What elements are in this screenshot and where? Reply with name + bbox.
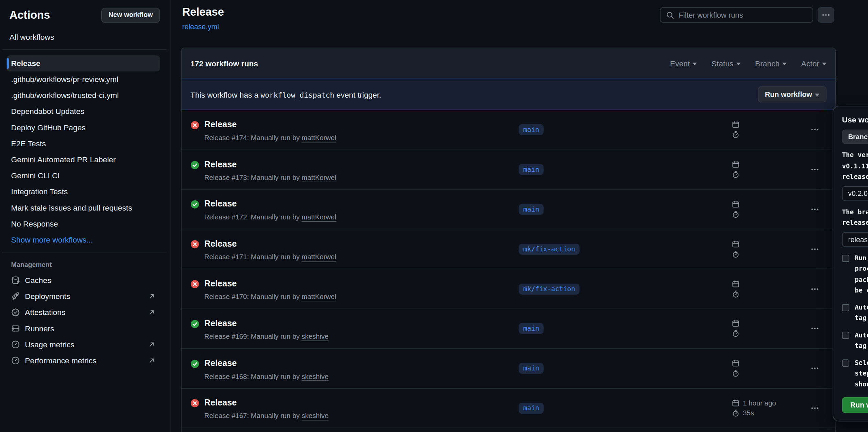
external-link-icon [148,308,156,316]
version-input[interactable] [842,186,868,201]
workflow-kebab-button[interactable] [818,7,834,23]
branch-badge[interactable]: main [519,164,544,175]
actor-link[interactable]: mattKorwel [302,214,336,221]
run-title-link[interactable]: Release [204,318,328,329]
checkbox-label: Auto apply the nightly release tag, inpu… [855,302,868,323]
run-title-link[interactable]: Release [204,397,328,409]
show-more-workflows-link[interactable]: Show more workflows... [7,232,160,248]
sidebar-item-gemini-automated-pr-labeler[interactable]: Gemini Automated PR Labeler [7,152,160,168]
run-kebab-button[interactable] [808,283,822,295]
filter-actor[interactable]: Actor [801,59,827,68]
workflow-file-link[interactable]: release.yml [182,23,219,31]
branch-badge[interactable]: main [519,363,544,374]
branch-badge[interactable]: main [519,124,544,135]
filter-event[interactable]: Event [670,59,697,68]
ref-input[interactable] [842,232,868,247]
checkbox[interactable] [842,304,849,311]
selected-indicator [7,58,9,69]
checkbox[interactable] [842,359,849,366]
kebab-icon [811,245,819,253]
actor-link[interactable]: mattKorwel [302,293,336,301]
branch-badge[interactable]: main [519,323,544,334]
sidebar-item-github-workflows-trusted-ci-yml[interactable]: .github/workflows/trusted-ci.yml [7,87,160,103]
run-kebab-button[interactable] [808,203,822,216]
management-item-runners[interactable]: Runners [0,320,169,336]
run-title-link[interactable]: Release [204,199,336,210]
ref-input-label: The branch or ref (full git sha) to rele… [842,207,868,228]
run-title-link[interactable]: Release [204,278,336,289]
checkbox[interactable] [842,254,849,262]
sidebar-item-integration-tests[interactable]: Integration Tests [7,184,160,200]
workflow-run-row: Release Release #170: Manually run by ma… [182,269,835,309]
sidebar-item-label: .github/workflows/pr-review.yml [11,75,118,84]
sidebar-item-release[interactable]: Release [7,55,160,71]
stopwatch-icon [732,250,739,258]
stopwatch-icon [732,171,739,179]
cache-icon [11,276,20,284]
management-item-label: Attestations [25,308,148,316]
sidebar-item-github-workflows-pr-review-yml[interactable]: .github/workflows/pr-review.yml [7,71,160,87]
filter-status[interactable]: Status [712,59,741,68]
filter-runs-search-input[interactable]: Filter workflow runs [660,7,813,23]
success-icon [190,319,199,328]
run-workflow-dropdown-button[interactable]: Run workflow [758,86,827,102]
actor-link[interactable]: mattKorwel [302,134,336,142]
actor-link[interactable]: skeshive [302,372,328,380]
run-title-link[interactable]: Release [204,238,336,250]
run-kebab-button[interactable] [808,164,822,176]
failure-icon [190,399,199,408]
workflow-runs-container: 172 workflow runs EventStatusBranchActor… [181,48,836,432]
caret-down-icon [822,63,827,65]
run-description: Release #174: Manually run by mattKorwel [204,134,336,142]
management-item-deployments[interactable]: Deployments [0,288,169,304]
run-title-link[interactable]: Release [204,358,328,369]
kebab-icon [821,11,830,19]
workflow-dispatch-banner: This workflow has a workflow_dispatch ev… [182,79,835,110]
kebab-icon [811,126,819,134]
run-kebab-button[interactable] [808,322,822,335]
run-kebab-button[interactable] [808,402,822,414]
sidebar-item-gemini-cli-ci[interactable]: Gemini CLI CI [7,168,160,184]
popover-checkbox-row: Select to skip the "Run Tests" step in t… [842,358,868,390]
failure-icon [190,280,199,288]
management-item-usage-metrics[interactable]: Usage metrics [0,336,169,352]
failure-icon [190,240,199,249]
external-link-icon [148,292,156,300]
checkbox[interactable] [842,331,849,338]
management-item-attestations[interactable]: Attestations [0,304,169,320]
sidebar-item-label: Mark stale issues and pull requests [11,203,132,212]
sidebar-item-label: Gemini CLI CI [11,171,60,180]
branch-badge[interactable]: main [519,204,544,215]
branch-badge[interactable]: main [519,403,544,414]
actor-link[interactable]: skeshive [302,333,328,340]
sidebar-item-deploy-github-pages[interactable]: Deploy GitHub Pages [7,120,160,136]
run-duration: 35s [743,409,754,417]
calendar-icon [732,161,739,168]
sidebar-item-e2e-tests[interactable]: E2E Tests [7,136,160,152]
new-workflow-button[interactable]: New workflow [101,8,160,23]
actor-link[interactable]: skeshive [302,412,328,420]
all-workflows-link[interactable]: All workflows [0,28,169,49]
management-item-performance-metrics[interactable]: Performance metrics [0,352,169,368]
management-item-label: Runners [25,324,155,333]
branch-badge[interactable]: mk/fix-action [519,244,580,255]
actor-link[interactable]: mattKorwel [302,174,336,182]
management-item-caches[interactable]: Caches [0,272,169,288]
run-kebab-button[interactable] [808,362,822,375]
stopwatch-icon [732,290,739,298]
run-kebab-button[interactable] [808,243,822,255]
workflow-list: Release .github/workflows/pr-review.yml … [0,50,169,253]
branch-badge[interactable]: mk/fix-action [519,283,580,295]
workflow-run-row: Release Release #169: Manually run by sk… [182,309,835,349]
success-icon [190,161,199,169]
run-workflow-submit-button[interactable]: Run workflow [842,397,868,413]
filter-branch[interactable]: Branch [755,59,787,68]
run-title-link[interactable]: Release [204,159,336,170]
run-title-link[interactable]: Release [204,119,336,130]
sidebar-item-dependabot-updates[interactable]: Dependabot Updates [7,103,160,119]
actor-link[interactable]: mattKorwel [302,253,336,261]
sidebar-item-mark-stale-issues-and-pull-requests[interactable]: Mark stale issues and pull requests [7,200,160,216]
branch-select-button[interactable]: Branch: main [842,130,868,144]
run-kebab-button[interactable] [808,124,822,136]
sidebar-item-no-response[interactable]: No Response [7,216,160,232]
